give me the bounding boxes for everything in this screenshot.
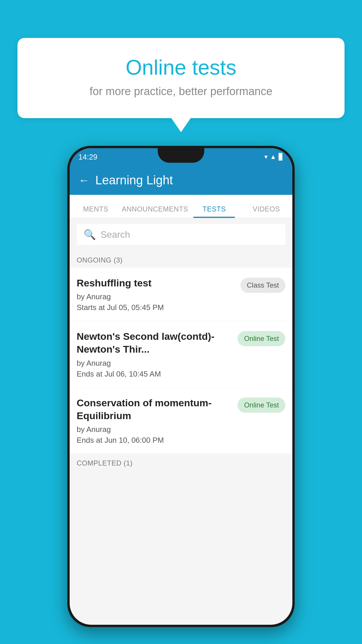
signal-icon: ▲ <box>270 153 276 161</box>
test-date: Ends at Jul 06, 10:45 AM <box>77 370 233 379</box>
test-content: Reshuffling test by Anurag Starts at Jul… <box>77 276 236 312</box>
tab-tests[interactable]: TESTS <box>188 205 240 218</box>
app-title: Learning Light <box>95 173 173 187</box>
phone-inner: 14:29 ▾ ▲ ▊ ← Learning Light MENTS ANNOU… <box>70 148 292 625</box>
test-content: Newton's Second law(contd)-Newton's Thir… <box>77 330 233 378</box>
test-badge: Class Test <box>240 278 285 293</box>
test-author: by Anurag <box>77 292 236 301</box>
battery-icon: ▊ <box>279 153 284 161</box>
test-date: Ends at Jun 10, 06:00 PM <box>77 436 233 445</box>
bubble-title: Online tests <box>41 55 321 79</box>
test-author: by Anurag <box>77 425 233 434</box>
search-bar[interactable]: 🔍 Search <box>77 224 285 245</box>
phone-notch <box>158 148 204 163</box>
test-name: Conservation of momentum-Equilibrium <box>77 396 233 422</box>
test-item[interactable]: Conservation of momentum-Equilibrium by … <box>70 388 292 454</box>
test-list: Reshuffling test by Anurag Starts at Jul… <box>70 268 292 454</box>
completed-section-header: COMPLETED (1) <box>70 454 292 471</box>
test-name: Reshuffling test <box>77 276 236 289</box>
test-date: Starts at Jul 05, 05:45 PM <box>77 303 236 312</box>
test-badge: Online Test <box>238 398 285 413</box>
test-item[interactable]: Reshuffling test by Anurag Starts at Jul… <box>70 268 292 321</box>
app-bar: ← Learning Light <box>70 166 292 195</box>
tab-videos[interactable]: VIDEOS <box>240 205 292 218</box>
test-name: Newton's Second law(contd)-Newton's Thir… <box>77 330 233 356</box>
wifi-icon: ▾ <box>264 153 268 161</box>
search-icon: 🔍 <box>84 229 96 240</box>
ongoing-section-header: ONGOING (3) <box>70 251 292 268</box>
phone-frame: 14:29 ▾ ▲ ▊ ← Learning Light MENTS ANNOU… <box>67 146 295 627</box>
speech-bubble-container: Online tests for more practice, better p… <box>17 38 345 118</box>
bubble-subtitle: for more practice, better performance <box>41 85 321 98</box>
test-badge: Online Test <box>238 331 285 346</box>
tab-announcements[interactable]: ANNOUNCEMENTS <box>122 205 188 218</box>
back-button[interactable]: ← <box>78 174 89 187</box>
search-container: 🔍 Search <box>70 218 292 251</box>
speech-bubble: Online tests for more practice, better p… <box>17 38 345 118</box>
tabs-container: MENTS ANNOUNCEMENTS TESTS VIDEOS <box>70 195 292 218</box>
status-time: 14:29 <box>78 153 97 162</box>
test-item[interactable]: Newton's Second law(contd)-Newton's Thir… <box>70 321 292 387</box>
tab-ments[interactable]: MENTS <box>70 205 122 218</box>
status-icons: ▾ ▲ ▊ <box>264 153 284 161</box>
search-placeholder: Search <box>101 229 130 240</box>
test-content: Conservation of momentum-Equilibrium by … <box>77 396 233 445</box>
test-author: by Anurag <box>77 359 233 368</box>
